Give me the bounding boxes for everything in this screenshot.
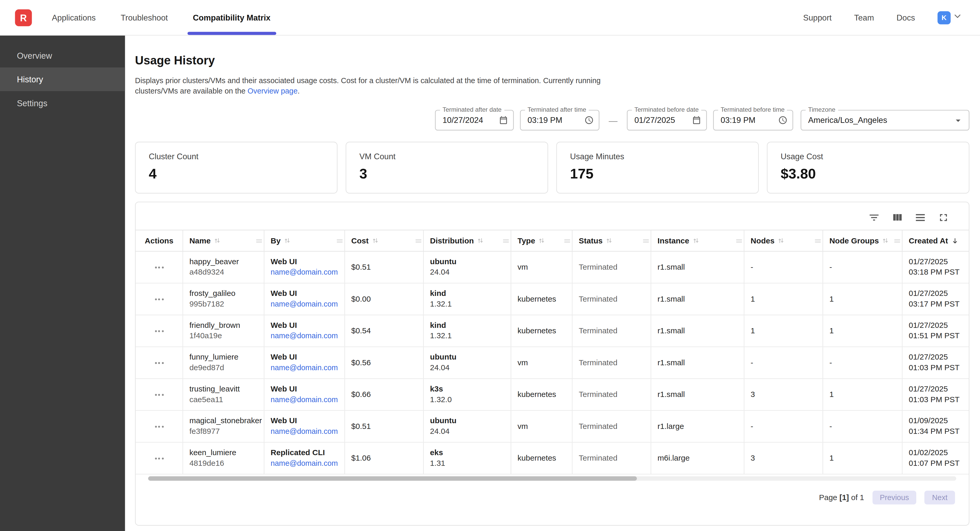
- cell-nodes: 3: [745, 379, 823, 410]
- calendar-icon[interactable]: [499, 116, 508, 125]
- terminated-after-date-field[interactable]: Terminated after date 10/27/2024: [435, 110, 514, 130]
- top-navbar: R Applications Troubleshoot Compatibilit…: [0, 0, 980, 36]
- column-separator-icon[interactable]: [643, 237, 649, 244]
- columns-icon[interactable]: [891, 211, 904, 224]
- page-prefix: Page: [819, 493, 840, 502]
- page-suffix: of 1: [849, 493, 864, 502]
- sort-icon[interactable]: [606, 237, 612, 244]
- sort-icon[interactable]: [372, 237, 379, 244]
- nav-docs[interactable]: Docs: [897, 13, 915, 22]
- clock-icon[interactable]: [778, 116, 788, 125]
- sort-icon[interactable]: [692, 237, 699, 244]
- sort-desc-icon[interactable]: [951, 237, 959, 244]
- cell-type: kubernetes: [511, 379, 573, 410]
- by-email-link[interactable]: name@domain.com: [271, 427, 338, 436]
- cluster-name: funny_lumiere: [189, 352, 258, 362]
- sidebar-item-settings[interactable]: Settings: [0, 91, 125, 115]
- by-email-link[interactable]: name@domain.com: [271, 268, 338, 277]
- sort-icon[interactable]: [778, 237, 784, 244]
- col-header-nodes[interactable]: Nodes: [745, 230, 823, 251]
- ellipsis-icon[interactable]: [148, 357, 170, 369]
- clock-icon[interactable]: [584, 116, 594, 125]
- col-header-by[interactable]: By: [264, 230, 345, 251]
- stat-label: VM Count: [360, 152, 535, 161]
- column-separator-icon[interactable]: [564, 237, 571, 244]
- cluster-id: 1f40a19e: [189, 332, 258, 341]
- filter-icon[interactable]: [868, 211, 881, 224]
- caret-down-icon[interactable]: [953, 114, 964, 126]
- column-separator-icon[interactable]: [735, 237, 742, 244]
- nav-support[interactable]: Support: [803, 13, 832, 22]
- instance-value: r1.small: [657, 390, 738, 399]
- sort-icon[interactable]: [882, 237, 889, 244]
- terminated-before-date-field[interactable]: Terminated before date 01/27/2025: [627, 110, 707, 130]
- nav-applications[interactable]: Applications: [52, 0, 95, 35]
- ellipsis-icon[interactable]: [148, 293, 170, 305]
- col-header-name[interactable]: Name: [183, 230, 264, 251]
- fullscreen-icon[interactable]: [937, 211, 950, 224]
- ellipsis-icon[interactable]: [148, 388, 170, 401]
- chevron-down-icon[interactable]: [953, 11, 963, 24]
- col-header-cost[interactable]: Cost: [345, 230, 424, 251]
- distribution-name: kind: [430, 289, 504, 298]
- col-header-node-groups[interactable]: Node Groups: [823, 230, 902, 251]
- nav-troubleshoot[interactable]: Troubleshoot: [121, 0, 168, 35]
- nav-team[interactable]: Team: [854, 13, 874, 22]
- column-separator-icon[interactable]: [503, 237, 509, 244]
- horizontal-scrollbar: [148, 476, 956, 481]
- cell-distribution: kind 1.32.1: [424, 284, 511, 315]
- terminated-before-time-value: 03:19 PM: [721, 116, 778, 125]
- terminated-before-time-field[interactable]: Terminated before time 03:19 PM: [713, 110, 793, 130]
- cell-cost: $0.66: [345, 379, 424, 410]
- ellipsis-icon[interactable]: [148, 262, 170, 273]
- next-page-button[interactable]: Next: [924, 491, 955, 504]
- col-label: Status: [579, 236, 603, 245]
- by-email-link[interactable]: name@domain.com: [271, 459, 338, 468]
- column-separator-icon[interactable]: [894, 237, 900, 244]
- column-separator-icon[interactable]: [336, 237, 343, 244]
- sort-icon[interactable]: [284, 237, 291, 244]
- overview-page-link[interactable]: Overview page: [248, 87, 298, 95]
- calendar-icon[interactable]: [692, 116, 701, 125]
- cell-actions: [135, 347, 183, 378]
- nodes-value: 1: [751, 326, 816, 336]
- cell-type: kubernetes: [511, 315, 573, 347]
- column-separator-icon[interactable]: [256, 237, 262, 244]
- previous-page-button[interactable]: Previous: [872, 491, 916, 504]
- user-menu[interactable]: K: [938, 11, 963, 24]
- column-separator-icon[interactable]: [415, 237, 422, 244]
- density-icon[interactable]: [914, 211, 927, 224]
- sort-icon[interactable]: [538, 237, 545, 244]
- cell-distribution: ubuntu 24.04: [424, 252, 511, 283]
- ellipsis-icon[interactable]: [148, 420, 170, 432]
- timezone-select[interactable]: Timezone America/Los_Angeles: [800, 110, 969, 130]
- col-header-created-at[interactable]: Created At: [902, 230, 969, 251]
- scrollbar-thumb[interactable]: [148, 476, 637, 481]
- column-separator-icon[interactable]: [815, 237, 821, 244]
- avatar-letter: K: [942, 14, 947, 21]
- sidebar-item-overview[interactable]: Overview: [0, 44, 125, 67]
- by-email-link[interactable]: name@domain.com: [271, 363, 338, 373]
- ellipsis-icon[interactable]: [148, 452, 170, 464]
- stat-label: Usage Minutes: [570, 152, 745, 161]
- by-email-link[interactable]: name@domain.com: [271, 332, 338, 341]
- avatar[interactable]: K: [938, 11, 951, 24]
- terminated-before-date-value: 01/27/2025: [634, 116, 692, 125]
- by-email-link[interactable]: name@domain.com: [271, 300, 338, 309]
- ellipsis-icon[interactable]: [148, 325, 170, 337]
- col-header-distribution[interactable]: Distribution: [424, 230, 511, 251]
- cell-distribution: kind 1.32.1: [424, 315, 511, 347]
- nav-compatibility-matrix[interactable]: Compatibility Matrix: [193, 0, 270, 35]
- cell-created-at: 01/27/2025 03:17 PM PST: [902, 284, 969, 315]
- col-header-type[interactable]: Type: [511, 230, 573, 251]
- by-email-link[interactable]: name@domain.com: [271, 395, 338, 405]
- sort-icon[interactable]: [214, 237, 221, 244]
- replicated-logo[interactable]: R: [15, 9, 32, 26]
- cell-name: frosty_galileo 995b7182: [183, 284, 264, 315]
- col-header-instance[interactable]: Instance: [651, 230, 745, 251]
- distribution-name: eks: [430, 448, 504, 458]
- col-header-status[interactable]: Status: [573, 230, 651, 251]
- sidebar-item-history[interactable]: History: [0, 68, 125, 91]
- terminated-after-time-field[interactable]: Terminated after time 03:19 PM: [520, 110, 599, 130]
- sort-icon[interactable]: [477, 237, 484, 244]
